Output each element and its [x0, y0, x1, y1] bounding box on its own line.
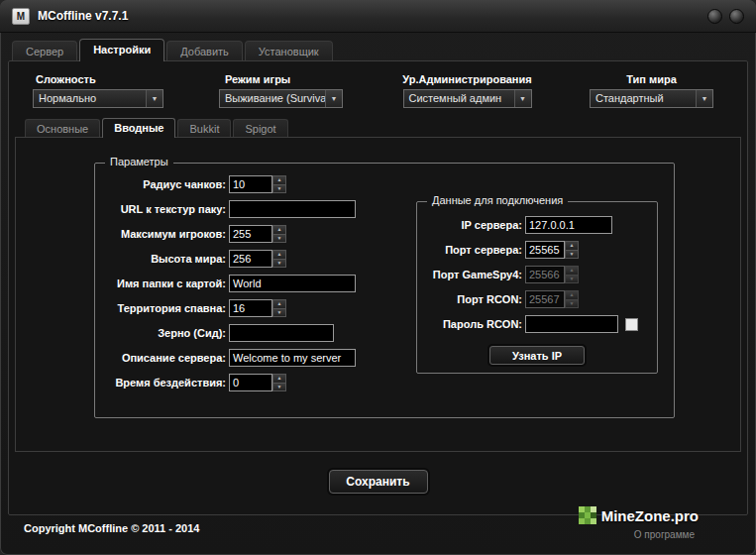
rcon-port-input: [525, 290, 565, 308]
spawn-area-label: Территория спавна:: [97, 302, 226, 314]
subtab-inputs[interactable]: Вводные: [102, 118, 175, 138]
difficulty-label: Сложность: [33, 73, 163, 85]
admin-level-label: Ур.Администрирования: [390, 73, 544, 85]
tab-add[interactable]: Добавить: [166, 41, 243, 60]
map-folder-row: Имя папки с картой:: [97, 275, 356, 292]
texture-url-input[interactable]: [229, 200, 356, 218]
spawn-area-input[interactable]: [229, 299, 272, 317]
spawn-area-stepper: ▲ ▼: [272, 299, 286, 317]
minimize-button[interactable]: [707, 9, 722, 24]
spawn-area-row: Территория спавна: ▲ ▼: [97, 299, 356, 317]
max-players-row: Максимум игроков: ▲ ▼: [97, 225, 356, 243]
world-height-row: Высота мира: ▲ ▼: [97, 250, 356, 268]
spinner-up-icon: ▲: [565, 290, 579, 300]
seed-label: Зерно (Сид):: [97, 327, 226, 339]
rcon-password-checkbox[interactable]: [625, 318, 638, 331]
spinner-up-icon[interactable]: ▲: [272, 250, 286, 260]
check-ip-button[interactable]: Узнать IP: [489, 346, 585, 365]
world-type-select[interactable]: Стандартный ▼: [590, 89, 713, 108]
gamespy-port-input: [525, 266, 565, 283]
gamemode-label: Режим игры: [219, 73, 343, 85]
chunk-radius-row: Радиус чанков: ▲ ▼: [97, 175, 356, 193]
seed-input[interactable]: [229, 324, 334, 342]
spinner-up-icon[interactable]: ▲: [272, 225, 286, 235]
spinner-down-icon[interactable]: ▼: [272, 185, 286, 194]
server-description-label: Описание сервера:: [97, 352, 226, 364]
seed-row: Зерно (Сид):: [97, 324, 356, 342]
world-height-stepper: ▲ ▼: [272, 250, 286, 268]
admin-level-select[interactable]: Системный админ ▼: [403, 89, 532, 108]
gamemode-group: Режим игры Выживание (Survival ▼: [219, 73, 343, 108]
rcon-password-input[interactable]: [525, 315, 618, 333]
idle-time-stepper: ▲ ▼: [272, 374, 286, 391]
difficulty-group: Сложность Нормально ▼: [33, 73, 163, 108]
gamemode-select[interactable]: Выживание (Survival ▼: [219, 89, 343, 108]
chevron-down-icon: ▼: [696, 90, 712, 107]
spinner-up-icon: ▲: [565, 266, 579, 276]
parameters-group-title: Параметры: [105, 156, 173, 167]
idle-time-row: Время бездействия: ▲ ▼: [97, 374, 356, 391]
texture-url-row: URL к текстур паку:: [97, 200, 356, 218]
rcon-port-row: Порт RCON: ▲ ▼: [419, 290, 638, 308]
chevron-down-icon: ▼: [325, 90, 342, 107]
subtab-bukkit[interactable]: Bukkit: [177, 119, 231, 137]
parameters-groupbox: Параметры Радиус чанков: ▲ ▼ URL к текст…: [94, 163, 675, 418]
inputs-tab-panel: Параметры Радиус чанков: ▲ ▼ URL к текст…: [15, 137, 741, 452]
about-link[interactable]: О программе: [634, 529, 695, 540]
spinner-down-icon[interactable]: ▼: [565, 251, 579, 260]
idle-time-label: Время бездействия:: [97, 377, 226, 388]
texture-url-label: URL к текстур паку:: [97, 203, 226, 215]
close-button[interactable]: [729, 9, 744, 24]
minezone-logo-icon: [579, 506, 596, 524]
spinner-up-icon[interactable]: ▲: [272, 374, 286, 384]
spinner-up-icon[interactable]: ▲: [272, 299, 286, 309]
chunk-radius-input[interactable]: [229, 175, 272, 193]
spinner-down-icon[interactable]: ▼: [272, 309, 286, 318]
tab-server[interactable]: Сервер: [12, 41, 77, 60]
server-ip-input[interactable]: [525, 216, 612, 234]
connection-rows: IP сервера: Порт сервера: ▲ ▼: [419, 216, 638, 340]
spinner-up-icon[interactable]: ▲: [565, 241, 579, 251]
copyright-text: Copyright MCoffline © 2011 - 2014: [24, 522, 199, 534]
world-height-input[interactable]: [229, 250, 272, 268]
window-controls: [707, 9, 744, 24]
spinner-down-icon: ▼: [565, 276, 579, 284]
chevron-down-icon: ▼: [514, 90, 531, 107]
gamespy-port-row: Порт GameSpy4: ▲ ▼: [419, 266, 638, 283]
connection-group-title: Данные для подключения: [427, 194, 568, 206]
spinner-down-icon[interactable]: ▼: [272, 260, 286, 269]
settings-panel: Сложность Нормально ▼ Режим игры Выживан…: [8, 60, 748, 515]
difficulty-select[interactable]: Нормально ▼: [33, 89, 163, 108]
title-bar: M MCoffline v7.7.1: [0, 0, 756, 33]
spinner-down-icon: ▼: [565, 300, 579, 309]
parameters-rows: Радиус чанков: ▲ ▼ URL к текстур паку: М…: [97, 175, 356, 398]
spinner-down-icon[interactable]: ▼: [272, 235, 286, 244]
gamemode-value: Выживание (Survival: [220, 90, 325, 107]
idle-time-input[interactable]: [229, 374, 272, 391]
server-port-input[interactable]: [525, 241, 565, 259]
subtab-spigot[interactable]: Spigot: [233, 119, 287, 137]
server-description-row: Описание сервера:: [97, 349, 356, 367]
window-title: MCoffline v7.7.1: [38, 9, 128, 23]
gamespy-port-stepper: ▲ ▼: [565, 266, 579, 283]
tab-settings[interactable]: Настройки: [79, 39, 164, 61]
server-description-input[interactable]: [229, 349, 356, 367]
map-folder-input[interactable]: [229, 275, 356, 292]
rcon-password-label: Пароль RCON:: [419, 318, 522, 330]
minezone-site-text: MineZone.pro: [601, 507, 699, 524]
chevron-down-icon: ▼: [146, 90, 162, 107]
max-players-input[interactable]: [229, 225, 272, 243]
tab-installer[interactable]: Установщик: [245, 41, 333, 60]
subtab-main[interactable]: Основные: [25, 119, 100, 137]
connection-groupbox: Данные для подключения IP сервера: Порт …: [416, 201, 658, 374]
spinner-up-icon[interactable]: ▲: [272, 175, 286, 185]
admin-level-value: Системный админ: [404, 90, 514, 107]
server-ip-label: IP сервера:: [419, 219, 522, 231]
save-button[interactable]: Сохранить: [329, 470, 428, 494]
rcon-port-stepper: ▲ ▼: [565, 290, 579, 308]
server-ip-row: IP сервера:: [419, 216, 638, 234]
world-type-group: Тип мира Стандартный ▼: [590, 73, 713, 108]
main-tab-bar: Сервер Настройки Добавить Установщик: [12, 41, 335, 61]
minezone-watermark: MineZone.pro: [579, 506, 699, 524]
spinner-down-icon[interactable]: ▼: [272, 384, 286, 392]
